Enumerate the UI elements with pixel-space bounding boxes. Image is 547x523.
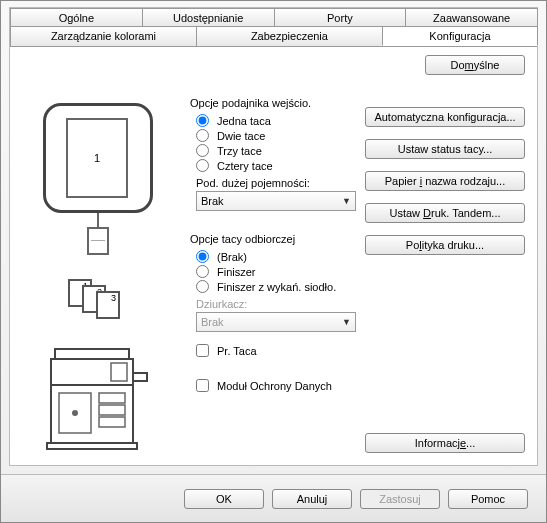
connector-icon <box>97 213 99 227</box>
ok-button[interactable]: OK <box>184 489 264 509</box>
papers-stack-icon: 1 2 3 <box>68 279 118 319</box>
radio-out-none-label: (Brak) <box>217 251 247 263</box>
small-page-icon <box>87 227 109 255</box>
tab-configuration[interactable]: Konfiguracja <box>382 26 538 46</box>
tray-icon: 1 <box>43 103 153 213</box>
tab-sharing[interactable]: Udostępnianie <box>142 8 275 27</box>
auto-config-button[interactable]: Automatyczna konfiguracja... <box>365 107 525 127</box>
capacity-combo-value: Brak <box>201 195 224 207</box>
radio-four-trays-label: Cztery tace <box>217 160 273 172</box>
tab-color-mgmt[interactable]: Zarządzanie kolorami <box>10 26 197 46</box>
radio-three-trays[interactable]: Trzy tace <box>190 143 370 158</box>
output-trays-title: Opcje tacy odbiorczej <box>190 233 370 245</box>
defaults-button[interactable]: Domyślne <box>425 55 525 75</box>
radio-out-saddle-input[interactable] <box>196 280 209 293</box>
options-column: Opcje podajnika wejścio. Jedna taca Dwie… <box>190 97 370 394</box>
print-policy-button[interactable]: Polityka druku... <box>365 235 525 255</box>
capacity-label: Pod. dużej pojemności: <box>196 177 370 189</box>
svg-rect-0 <box>55 349 129 359</box>
radio-out-saddle[interactable]: Finiszer z wykań. siodło. <box>190 279 370 294</box>
radio-one-tray-label: Jedna taca <box>217 115 271 127</box>
puncher-combo-value: Brak <box>201 316 224 328</box>
radio-out-finisher[interactable]: Finiszer <box>190 264 370 279</box>
tabs-row-2: Zarządzanie kolorami Zabezpieczenia Konf… <box>10 26 537 46</box>
right-tray-checkbox-row[interactable]: Pr. Taca <box>190 342 370 359</box>
chevron-down-icon: ▼ <box>342 196 351 206</box>
dsk-label: Moduł Ochrony Danych <box>217 380 332 392</box>
tray-number: 1 <box>94 152 100 164</box>
radio-out-saddle-label: Finiszer z wykań. siodło. <box>217 281 336 293</box>
svg-point-6 <box>72 410 78 416</box>
tab-advanced[interactable]: Zaawansowane <box>405 8 538 27</box>
radio-one-tray[interactable]: Jedna taca <box>190 113 370 128</box>
dsk-checkbox[interactable] <box>196 379 209 392</box>
tandem-button[interactable]: Ustaw Druk. Tandem... <box>365 203 525 223</box>
tabs-row-1: Ogólne Udostępnianie Porty Zaawansowane <box>10 8 537 27</box>
tab-body-configuration: Domyślne Automatyczna konfiguracja... Us… <box>10 46 537 465</box>
input-trays-title: Opcje podajnika wejścio. <box>190 97 370 109</box>
puncher-label: Dziurkacz: <box>196 298 370 310</box>
radio-two-trays[interactable]: Dwie tace <box>190 128 370 143</box>
radio-two-trays-input[interactable] <box>196 129 209 142</box>
right-button-column: Domyślne Automatyczna konfiguracja... Us… <box>365 55 525 255</box>
dsk-checkbox-row[interactable]: Moduł Ochrony Danych <box>190 377 370 394</box>
right-tray-label: Pr. Taca <box>217 345 257 357</box>
tray-sheet-icon: 1 <box>66 118 128 198</box>
radio-three-trays-label: Trzy tace <box>217 145 262 157</box>
tab-general[interactable]: Ogólne <box>10 8 143 27</box>
radio-out-none-input[interactable] <box>196 250 209 263</box>
info-button[interactable]: Informacje... <box>365 433 525 453</box>
help-button[interactable]: Pomoc <box>448 489 528 509</box>
puncher-combo: Brak▼ <box>196 312 356 332</box>
capacity-combo[interactable]: Brak▼ <box>196 191 356 211</box>
dialog-window: Ogólne Udostępnianie Porty Zaawansowane … <box>0 0 547 523</box>
tab-control: Ogólne Udostępnianie Porty Zaawansowane … <box>9 7 538 466</box>
radio-out-finisher-label: Finiszer <box>217 266 256 278</box>
apply-button: Zastosuj <box>360 489 440 509</box>
printer-preview: 1 1 2 3 <box>28 103 168 473</box>
svg-rect-3 <box>133 373 147 381</box>
radio-one-tray-input[interactable] <box>196 114 209 127</box>
chevron-down-icon: ▼ <box>342 317 351 327</box>
paper-name-button[interactable]: Papier i nazwa rodzaju... <box>365 171 525 191</box>
radio-out-none[interactable]: (Brak) <box>190 249 370 264</box>
info-button-wrap: Informacje... <box>365 433 525 453</box>
right-tray-checkbox[interactable] <box>196 344 209 357</box>
cancel-button[interactable]: Anuluj <box>272 489 352 509</box>
tab-ports[interactable]: Porty <box>274 8 407 27</box>
radio-out-finisher-input[interactable] <box>196 265 209 278</box>
radio-four-trays[interactable]: Cztery tace <box>190 158 370 173</box>
tab-security[interactable]: Zabezpieczenia <box>196 26 383 46</box>
dialog-footer: OK Anuluj Zastosuj Pomoc <box>1 474 546 522</box>
radio-four-trays-input[interactable] <box>196 159 209 172</box>
tray-status-button[interactable]: Ustaw status tacy... <box>365 139 525 159</box>
printer-icon <box>43 343 153 453</box>
radio-two-trays-label: Dwie tace <box>217 130 265 142</box>
radio-three-trays-input[interactable] <box>196 144 209 157</box>
svg-rect-10 <box>47 443 137 449</box>
